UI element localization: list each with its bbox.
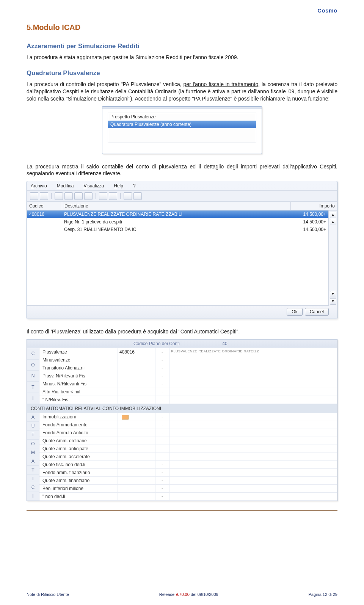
fig-conti-automatici: Codice Piano dei Conti 40 CONTI Plusvale… <box>27 339 337 501</box>
row-desc: PLUSVALENZE REALIZZATE ORDINARIE RATEIZZ <box>169 348 337 356</box>
table-row[interactable]: Fondo amm. finanziario- <box>39 469 337 477</box>
tb-btn-2[interactable] <box>40 192 48 200</box>
table-row[interactable]: Quote fisc. non ded.li- <box>39 461 337 469</box>
table-row[interactable]: Fondo Ammortamento- <box>39 421 337 429</box>
cell-importo: 14.500,00+ <box>291 218 328 226</box>
fig-prospetto-list: Prospetto Plusvalenze Quadratura Plusval… <box>102 106 262 154</box>
table-row[interactable]: Quote Amm. ordinarie- <box>39 437 337 445</box>
table-row[interactable]: Immobilizzazioni- <box>39 413 337 421</box>
fig1-listbox[interactable]: Prospetto Plusvalenze Quadratura Plusval… <box>108 113 256 143</box>
row-code <box>118 469 155 476</box>
cell-codice <box>27 218 62 226</box>
fig1-item-prospetto[interactable]: Prospetto Plusvalenze <box>108 113 256 121</box>
table-row[interactable]: Quote amm. accelerate- <box>39 453 337 461</box>
hdr-codice[interactable]: Codice <box>27 202 62 210</box>
row-dash: - <box>155 493 169 500</box>
body-quadratura: La procedura di controllo del prospetto … <box>27 81 337 102</box>
hdr-descrizione[interactable]: Descrizione <box>62 202 291 210</box>
tb-btn-5[interactable] <box>74 192 83 200</box>
row-name: Quote amm. accelerate <box>39 453 118 460</box>
row-dash: - <box>155 429 169 437</box>
scroll-down-icon[interactable]: ▼ <box>330 291 336 297</box>
row-desc <box>169 380 337 388</box>
table-row[interactable]: Quote amm. anticipate- <box>39 445 337 453</box>
cancel-button[interactable]: Cancel <box>305 308 329 316</box>
footer-release-version: 9.70.00 <box>176 592 190 597</box>
row-name: Minus. N/Rilevanti Fis <box>39 380 118 388</box>
footer-release-label: Release <box>159 592 176 597</box>
table-row[interactable]: Transitorio Alienaz.ni- <box>39 364 337 372</box>
side-letter: M <box>27 448 39 457</box>
table-row[interactable]: Fondo Amm.to Antic.to- <box>39 429 337 437</box>
fig3-leftcol-conti: CONTI <box>27 348 39 404</box>
table-row[interactable]: Beni inferiori milione- <box>39 485 337 493</box>
row-code <box>118 380 155 388</box>
side-letter: T <box>27 382 39 393</box>
row-name: Quote amm. finanziario <box>39 477 118 484</box>
hdr-importo[interactable]: Importo <box>291 202 337 210</box>
table-row[interactable]: Minusvalenze- <box>39 356 337 364</box>
fig3-leftcol-automatici: AUTOMATICI <box>27 413 39 501</box>
brand-label: Cosmo <box>27 8 337 14</box>
grid-row[interactable]: Cesp. 31 RIALLINEAMENTO DA IC 14.500,00+ <box>27 226 328 233</box>
cell-desc: Cesp. 31 RIALLINEAMENTO DA IC <box>62 226 291 233</box>
tb-btn-7[interactable] <box>99 192 107 200</box>
grid-row[interactable]: Rigo Nr. 1 prelievo da cespiti 14.500,00… <box>27 218 328 226</box>
menu-help[interactable]: HelpHelp <box>114 183 123 189</box>
tb-btn-6[interactable] <box>84 192 93 200</box>
table-row[interactable]: " non ded.li- <box>39 493 337 501</box>
row-name: Fondo Ammortamento <box>39 421 118 429</box>
ok-button[interactable]: Ok <box>287 308 302 316</box>
table-row[interactable]: Quote amm. finanziario- <box>39 477 337 485</box>
tb-sep <box>51 193 52 199</box>
row-dash: - <box>155 461 169 468</box>
side-letter: T <box>27 431 39 439</box>
scroll-bottom-icon[interactable]: ▼ <box>330 298 336 305</box>
row-name: Quote Amm. ordinarie <box>39 437 118 445</box>
table-row[interactable]: Minus. N/Rilevanti Fis- <box>39 380 337 388</box>
menu-archivio[interactable]: AArchiviorchivio <box>31 183 47 189</box>
body-q-a: La procedura di controllo del prospetto … <box>27 81 183 87</box>
side-letter: C <box>27 483 39 492</box>
tb-btn-4[interactable] <box>64 192 73 200</box>
side-letter: C <box>27 348 39 359</box>
fig3-block-a: Plusvalenze408016-PLUSVALENZE REALIZZATE… <box>39 348 337 404</box>
row-desc <box>169 396 337 404</box>
table-row[interactable]: Plusv. N/Rilevanti Fis- <box>39 372 337 380</box>
dialog-buttons: Ok Cancel <box>27 306 337 319</box>
row-dash: - <box>155 388 169 396</box>
row-code <box>118 421 155 429</box>
tb-btn-9[interactable] <box>124 192 132 200</box>
row-dash: - <box>155 372 169 380</box>
menu-question[interactable]: ? <box>133 183 136 189</box>
row-dash: - <box>155 469 169 476</box>
tb-btn-3[interactable] <box>55 192 63 200</box>
row-dash: - <box>155 380 169 388</box>
row-dash: - <box>155 437 169 445</box>
scroll-top-icon[interactable]: ▲ <box>330 212 336 218</box>
tb-btn-8[interactable] <box>109 192 117 200</box>
row-desc <box>169 388 337 396</box>
row-code <box>118 356 155 364</box>
tb-btn-1[interactable] <box>30 192 38 200</box>
row-code <box>118 396 155 404</box>
tb-btn-10[interactable] <box>133 192 142 200</box>
row-desc <box>169 413 337 421</box>
table-row[interactable]: " N/Rilev. Fis- <box>39 396 337 404</box>
side-letter: I <box>27 475 39 483</box>
fig-grid-window: AArchiviorchivio ModificaModifica Visual… <box>27 181 337 319</box>
subheading-azzeramenti: Azzeramenti per Simulazione Redditi <box>27 42 337 50</box>
menu-modifica[interactable]: ModificaModifica <box>57 183 74 189</box>
row-desc <box>169 493 337 500</box>
fig1-item-quadratura-selected[interactable]: Quadratura Plusvalenze (anno corrente) <box>108 121 256 128</box>
section-title: 5.Modulo ICAD <box>27 23 337 32</box>
menu-visualizza[interactable]: VisualizzaVisualizza <box>83 183 104 189</box>
bottom-divider <box>27 510 337 511</box>
row-dash: - <box>155 356 169 364</box>
table-row[interactable]: Plusvalenze408016-PLUSVALENZE REALIZZATE… <box>39 348 337 356</box>
scroll-up-icon[interactable]: ▲ <box>330 219 336 225</box>
row-code <box>118 413 155 421</box>
row-dash: - <box>155 396 169 404</box>
grid-row-selected[interactable]: 408016 PLUSVALENZE REALIZZATE ORDINARIE … <box>27 211 328 218</box>
table-row[interactable]: Altri Ric. beni < mil.- <box>39 388 337 396</box>
